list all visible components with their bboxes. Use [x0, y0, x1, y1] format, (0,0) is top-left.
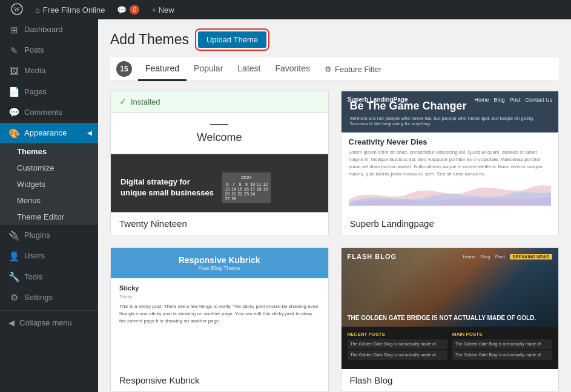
- appearance-icon: 🎨: [8, 128, 19, 139]
- sidebar-item-appearance[interactable]: 🎨 Appearance ◀: [0, 123, 98, 143]
- sidebar-item-label: Comments: [24, 107, 62, 118]
- sidebar-item-comments[interactable]: 💬 Comments: [0, 102, 98, 123]
- theme-card-kubrick[interactable]: Responsive Kubrick Free Blog Theme Stick…: [110, 247, 329, 392]
- media-icon: 🖼: [8, 65, 19, 76]
- feature-filter-tab[interactable]: ⚙ Feature Filter: [320, 59, 386, 80]
- sidebar: ⊞ Dashboard ✎ Posts 🖼 Media 📄 Pages 💬 Co…: [0, 19, 98, 392]
- comments-nav-icon: 💬: [8, 107, 19, 118]
- flash-col-main-title: MAIN POSTS: [452, 332, 552, 337]
- collapse-menu[interactable]: ◀ Collapse menu: [0, 313, 98, 332]
- sidebar-item-users[interactable]: 👤 Users: [0, 246, 98, 266]
- tab-popular[interactable]: Popular: [186, 57, 230, 81]
- tn-welcome-text: Welcome: [111, 114, 328, 154]
- feature-filter-label: Feature Filter: [335, 65, 381, 74]
- comment-count: 0: [130, 5, 139, 15]
- sidebar-item-label: Pages: [24, 87, 47, 97]
- flash-headline: THE GOLDEN GATE BRIDGE IS NOT ACTUALLY M…: [348, 314, 553, 322]
- theme-card-flash[interactable]: FLASH BLOG Home Blog Post BREAKING NEWS …: [341, 247, 559, 392]
- installed-badge: ✓ Installed: [111, 91, 328, 113]
- page-title: Add Themes: [110, 31, 189, 48]
- svg-text:W: W: [14, 6, 20, 13]
- flash-lower: RECENT POSTS The Golden Gate Blog is not…: [342, 327, 559, 369]
- sidebar-sub-widgets[interactable]: Widgets: [0, 176, 98, 192]
- superb-name: Superb Landingpage: [342, 212, 559, 235]
- kubrick-header-sub: Free Blog Theme: [120, 265, 319, 271]
- tn-lower-section: Digital strategy forunique small busines…: [111, 154, 328, 212]
- upload-theme-button[interactable]: Upload Theme: [198, 31, 266, 48]
- superb-hero: Superb LandingPage Home Blog Post Contac…: [342, 91, 559, 132]
- flash-logo-bar: FLASH BLOG Home Blog Post BREAKING NEWS: [342, 253, 559, 260]
- sidebar-sub-menus[interactable]: Menus: [0, 192, 98, 209]
- home-icon: ⌂: [35, 5, 40, 15]
- superb-lower-body: Lorem ipsum dolor sit amet, consectetur …: [349, 149, 552, 178]
- settings-icon: ⚙: [8, 292, 19, 303]
- twenty-nineteen-name: Twenty Nineteen: [111, 212, 328, 235]
- theme-card-twenty-nineteen[interactable]: ✓ Installed Welcome Digital strategy for…: [110, 91, 329, 235]
- flash-col-recent: RECENT POSTS The Golden Gate Blog is not…: [348, 332, 447, 364]
- superb-subtext: Winners are not people who never fail, b…: [350, 116, 550, 126]
- tab-latest[interactable]: Latest: [230, 57, 268, 81]
- sidebar-item-label: Tools: [24, 272, 42, 283]
- pages-icon: 📄: [8, 87, 19, 97]
- sidebar-sub-customize[interactable]: Customize: [0, 160, 98, 176]
- flash-badge: BREAKING NEWS: [510, 254, 552, 260]
- superb-preview: Superb LandingPage Home Blog Post Contac…: [342, 91, 559, 212]
- appearance-arrow-icon: ◀: [87, 129, 92, 137]
- main-content: Add Themes Upload Theme 15 Featured Popu…: [98, 19, 571, 392]
- collapse-icon: ◀: [8, 318, 15, 327]
- new-label: + New: [151, 5, 174, 15]
- page-header: Add Themes Upload Theme: [110, 31, 559, 48]
- kubrick-header: Responsive Kubrick Free Blog Theme: [111, 248, 328, 278]
- sidebar-item-label: Plugins: [24, 230, 50, 241]
- collapse-label: Collapse menu: [19, 318, 72, 327]
- sidebar-item-media[interactable]: 🖼 Media: [0, 60, 98, 81]
- kubrick-post-title: Sticky: [119, 284, 320, 292]
- flash-preview: FLASH BLOG Home Blog Post BREAKING NEWS …: [342, 248, 559, 369]
- theme-card-superb[interactable]: Superb LandingPage Home Blog Post Contac…: [341, 91, 559, 235]
- users-icon: 👤: [8, 250, 19, 261]
- dashboard-icon: ⊞: [8, 24, 19, 35]
- sidebar-item-tools[interactable]: 🔧 Tools: [0, 267, 98, 287]
- flash-col-recent-title: RECENT POSTS: [348, 332, 447, 337]
- superb-nav-links: Home Blog Post Contact Us: [474, 97, 552, 103]
- comment-icon: 💬: [117, 5, 127, 15]
- sidebar-item-settings[interactable]: ⚙ Settings: [0, 287, 98, 308]
- new-item[interactable]: + New: [145, 0, 180, 19]
- superb-lower-title: Creativity Never Dies: [349, 137, 552, 146]
- themes-tabs: 15 Featured Popular Latest Favorites ⚙ F…: [110, 57, 559, 81]
- posts-icon: ✎: [8, 45, 19, 56]
- flash-name: Flash Blog: [342, 369, 559, 391]
- site-name: Free Films Online: [43, 5, 105, 15]
- flash-nav-links: Home Blog Post BREAKING NEWS: [463, 254, 552, 260]
- theme-count-badge: 15: [116, 61, 132, 77]
- themes-grid: ✓ Installed Welcome Digital strategy for…: [110, 91, 559, 392]
- kubrick-body: Sticky Sticky This is a sticky post. The…: [111, 278, 328, 369]
- superb-nav: Superb LandingPage Home Blog Post Contac…: [342, 96, 559, 103]
- flash-hero: FLASH BLOG Home Blog Post BREAKING NEWS …: [342, 248, 559, 327]
- site-name-item[interactable]: ⌂ Free Films Online: [29, 0, 111, 19]
- sidebar-sub-themes[interactable]: Themes: [0, 143, 98, 160]
- appearance-submenu: Themes Customize Widgets Menus Theme Edi…: [0, 143, 98, 225]
- comments-item[interactable]: 💬 0: [111, 0, 145, 19]
- sidebar-item-label: Settings: [24, 292, 53, 303]
- sidebar-item-plugins[interactable]: 🔌 Plugins: [0, 225, 98, 246]
- wp-logo-icon: W: [11, 3, 23, 17]
- sidebar-item-dashboard[interactable]: ⊞ Dashboard: [0, 19, 98, 40]
- tab-featured[interactable]: Featured: [138, 57, 186, 81]
- sidebar-item-posts[interactable]: ✎ Posts: [0, 40, 98, 60]
- kubrick-preview: Responsive Kubrick Free Blog Theme Stick…: [111, 248, 328, 369]
- kubrick-name: Responsive Kubrick: [111, 369, 328, 391]
- superb-wave-chart: [349, 181, 552, 206]
- sidebar-sub-theme-editor[interactable]: Theme Editor: [0, 209, 98, 225]
- superb-lower: Creativity Never Dies Lorem ipsum dolor …: [342, 132, 559, 212]
- sidebar-item-label: Media: [24, 65, 45, 76]
- flash-col-main: MAIN POSTS The Golden Gate Blog is not a…: [452, 332, 552, 364]
- wp-logo-item[interactable]: W: [5, 0, 29, 19]
- superb-nav-logo: Superb LandingPage: [348, 96, 408, 103]
- gear-icon: ⚙: [325, 65, 332, 74]
- sidebar-item-label: Users: [24, 250, 45, 261]
- tab-favorites[interactable]: Favorites: [268, 57, 317, 81]
- installed-label: Installed: [131, 97, 160, 106]
- checkmark-icon: ✓: [119, 96, 127, 107]
- sidebar-item-pages[interactable]: 📄 Pages: [0, 82, 98, 102]
